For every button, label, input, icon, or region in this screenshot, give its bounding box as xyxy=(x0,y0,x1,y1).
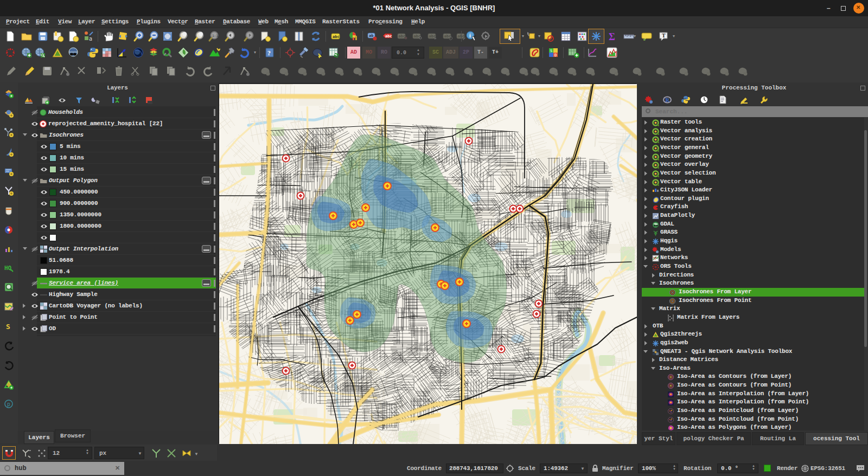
svg-text:abc: abc xyxy=(333,35,340,39)
svg-text:abc: abc xyxy=(444,34,451,38)
svg-text:D: D xyxy=(554,53,557,57)
svg-text:?: ? xyxy=(267,49,271,57)
svg-text:1:1: 1:1 xyxy=(212,34,218,37)
svg-text:S: S xyxy=(550,49,552,53)
svg-text:ab: ab xyxy=(369,34,373,38)
svg-text:p: p xyxy=(7,401,10,407)
svg-text:a: a xyxy=(89,36,92,42)
svg-text:T: T xyxy=(662,33,666,38)
svg-text:S: S xyxy=(6,323,10,331)
svg-text:Σ: Σ xyxy=(609,31,615,42)
svg-text:i: i xyxy=(469,33,471,38)
svg-text:abc: abc xyxy=(385,34,392,38)
svg-text:HQ: HQ xyxy=(4,265,12,272)
svg-text:abc: abc xyxy=(399,34,406,38)
svg-text:R: R xyxy=(666,97,670,103)
